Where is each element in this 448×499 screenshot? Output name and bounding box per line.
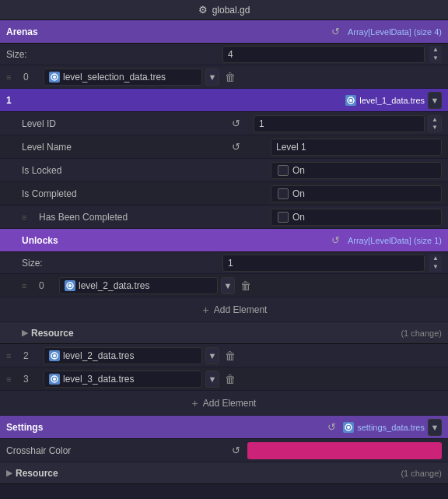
drag-handle-2[interactable]: ≡ [6,351,19,360]
main-content: Arenas ↺ Array[LevelData] (size 4) Size:… [0,20,448,499]
arenas-size-label: Size: [6,49,218,60]
unlocks-size-spinner[interactable]: ▲ ▼ [429,255,442,272]
unlocks-item-0-dropdown[interactable]: ▼ [221,277,235,294]
item-0-dropdown[interactable]: ▼ [205,69,219,86]
unlocks-index-0: 0 [39,280,54,291]
is-locked-value: On [292,165,305,176]
unlocks-reload-icon[interactable]: ↺ [329,234,343,248]
unlocks-size-up[interactable]: ▲ [429,255,442,263]
is-completed-toggle[interactable]: On [271,185,442,202]
item-index-2: 2 [23,350,39,361]
crosshair-reload[interactable]: ↺ [229,445,243,456]
resource-icon-2 [49,350,60,361]
arenas-size-down[interactable]: ▼ [429,54,442,63]
item-0-resource[interactable]: level_selection_data.tres [44,69,202,86]
title-bar: ⚙ global.gd [0,0,448,20]
level-id-down[interactable]: ▼ [429,124,441,132]
arenas-add-plus-icon: + [192,397,198,409]
is-locked-row: Is Locked On [0,159,448,182]
arenas-array-info: Array[LevelData] (size 4) [348,27,442,37]
item-index-0: 0 [23,72,39,83]
unlocks-item-0-name: level_2_data.tres [79,280,149,291]
svg-point-3 [349,99,352,102]
settings-resource-name: settings_data.tres [357,423,425,432]
unlocks-item-0-resource[interactable]: level_2_data.tres [59,277,218,294]
level-id-reload[interactable]: ↺ [229,118,243,129]
settings-footer-arrow[interactable]: ▶ [6,468,12,478]
unlocks-item-0-right: level_2_data.tres ▼ 🗑 [59,277,254,294]
is-locked-toggle[interactable]: On [271,162,442,179]
item-3-right: level_3_data.tres ▼ 🗑 [44,371,238,388]
item-3-delete[interactable]: 🗑 [222,371,238,387]
resource-footer-label: Resource [31,328,397,339]
unlocks-size-row: Size: 1 ▲ ▼ [0,252,448,274]
level-name-value[interactable]: Level 1 [271,139,442,156]
unlocks-add-element[interactable]: + Add Element [0,297,448,322]
crosshair-color-label: Crosshair Color [6,445,224,456]
arenas-add-label: Add Element [203,398,257,409]
arenas-item-3: ≡ 3 level_3_data.tres ▼ 🗑 [0,367,448,391]
level-id-row: Level ID ↺ 1 ▲ ▼ [0,112,448,135]
svg-point-7 [53,354,56,357]
crosshair-color-swatch[interactable] [247,442,442,459]
level-id-up[interactable]: ▲ [429,116,441,124]
level-id-value[interactable]: 1 [254,115,425,132]
svg-point-1 [53,76,56,79]
item-2-dropdown[interactable]: ▼ [205,347,219,364]
arenas-size-up[interactable]: ▲ [429,46,442,54]
arenas-item-0: ≡ 0 level_selection_data.tres ▼ 🗑 [0,65,448,89]
is-completed-right: On [247,185,442,202]
item-1-resource-name: level_1_data.tres [359,96,425,105]
arenas-add-element[interactable]: + Add Element [0,391,448,416]
crosshair-color-row: Crosshair Color ↺ [0,439,448,462]
resource-icon-1 [345,95,356,106]
item-3-dropdown[interactable]: ▼ [205,371,219,388]
is-locked-checkbox [278,165,289,176]
drag-handle-3[interactable]: ≡ [6,374,19,384]
item-0-delete[interactable]: 🗑 [222,69,238,85]
level-name-reload[interactable]: ↺ [229,141,243,153]
arenas-item-2: ≡ 2 level_2_data.tres ▼ 🗑 [0,344,448,367]
svg-point-9 [53,378,56,381]
item-2-delete[interactable]: 🗑 [222,348,238,364]
arenas-size-spinner[interactable]: ▲ ▼ [429,46,442,63]
arenas-reload-icon[interactable]: ↺ [329,25,343,39]
resource-footer-arrow[interactable]: ▶ [22,328,28,338]
has-been-completed-checkbox [278,212,289,223]
arenas-section-header: Arenas ↺ Array[LevelData] (size 4) [0,20,448,44]
settings-right: settings_data.tres ▼ [343,419,442,436]
has-been-completed-row: ≡ Has Been Completed On [0,206,448,229]
unlocks-array-info: Array[LevelData] (size 1) [348,236,442,245]
item-2-resource[interactable]: level_2_data.tres [44,347,202,364]
unlocks-drag-0[interactable]: ≡ [22,281,34,290]
is-locked-right: On [247,162,442,179]
item-0-resource-name: level_selection_data.tres [63,72,166,83]
drag-handle-hbc[interactable]: ≡ [22,213,34,222]
drag-handle-0[interactable]: ≡ [6,72,19,82]
settings-reload-icon[interactable]: ↺ [324,420,338,434]
svg-point-5 [68,284,72,287]
settings-dropdown[interactable]: ▼ [428,419,442,436]
unlocks-item-0-delete[interactable]: 🗑 [238,278,254,293]
is-completed-value: On [292,188,305,199]
level-id-spinner[interactable]: ▲ ▼ [428,115,442,132]
item-1-dropdown[interactable]: ▼ [428,92,442,109]
is-completed-row: Is Completed On [0,182,448,206]
unlocks-add-label: Add Element [214,304,268,315]
unlocks-add-plus-icon: + [203,304,209,316]
is-completed-checkbox [278,188,289,199]
has-been-completed-toggle[interactable]: On [271,209,442,226]
settings-label: Settings [6,422,320,433]
item-1-resource-footer: ▶ Resource (1 change) [0,322,448,344]
item-1-resource-area: level_1_data.tres ▼ [345,92,442,109]
item-2-resource-name: level_2_data.tres [63,350,134,361]
unlocks-size-down[interactable]: ▼ [429,263,442,272]
settings-section-header: Settings ↺ settings_data.tres ▼ [0,416,448,439]
level-name-label: Level Name [22,142,224,153]
item-1-index: 1 [6,95,12,106]
unlocks-size-label: Size: [22,258,218,269]
arenas-label: Arenas [6,26,324,37]
unlocks-size-value[interactable]: 1 [222,255,425,272]
arenas-size-value[interactable]: 4 [222,46,425,63]
item-3-resource[interactable]: level_3_data.tres [44,371,202,388]
